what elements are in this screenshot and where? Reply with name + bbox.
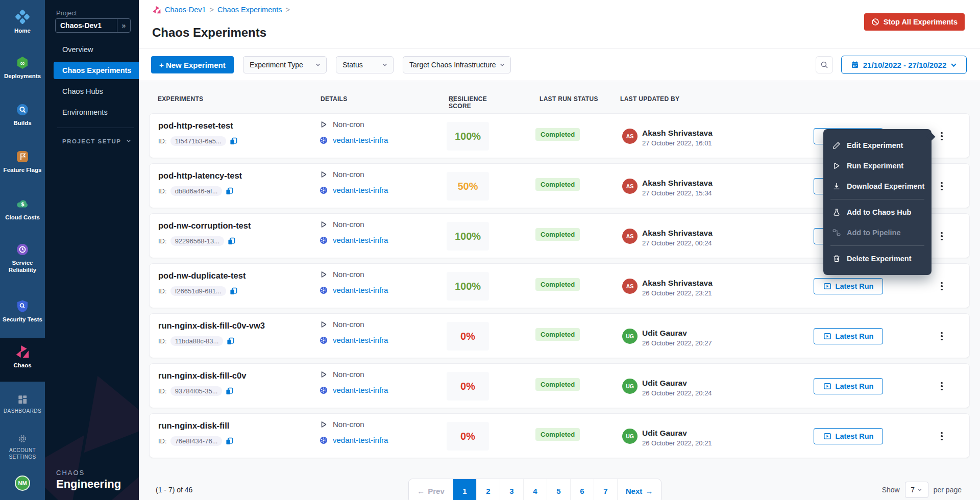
sidebar-item-overview[interactable]: Overview [54,41,139,58]
latest-run-button[interactable]: Latest Run [814,328,883,344]
project-selector[interactable]: Chaos-Dev1 » [55,18,131,33]
copy-icon[interactable] [230,137,237,145]
experiment-name[interactable]: pod-http-latency-test [158,171,242,181]
updated-date: 27 October 2022, 16:01 [642,139,713,147]
new-experiment-button[interactable]: + New Experiment [151,56,234,73]
sidebar-collapse-icon[interactable]: » [117,19,130,32]
rail-item-dashboards[interactable]: DASHBOARDS [0,393,45,415]
stop-all-experiments-button[interactable]: Stop All Experiments [864,13,965,31]
menu-item-run-experiment[interactable]: Run Experiment [823,156,932,176]
trash-icon [832,255,841,263]
rail-item-service-reliability[interactable]: Service Reliability [0,242,45,274]
experiment-type-filter[interactable]: Experiment Type [243,56,327,73]
menu-item-add-to-chaos-hub[interactable]: Add to Chaos Hub [823,202,932,222]
experiment-id: 93784f05-35... [170,386,223,396]
copy-icon[interactable] [226,187,233,195]
copy-icon[interactable] [230,287,237,295]
page-button-7[interactable]: 7 [594,479,617,500]
page-button-4[interactable]: 4 [523,479,547,500]
last-run-status-cell: Completed [535,280,580,289]
last-run-status-cell: Completed [535,430,580,439]
latest-run-button[interactable]: Latest Run [814,278,883,294]
experiment-name[interactable]: pod-nw-duplicate-test [158,271,246,281]
row-menu-button[interactable] [936,128,948,144]
sidebar-item-chaos-hubs[interactable]: Chaos Hubs [54,83,139,100]
copy-icon[interactable] [226,437,233,445]
rail-item-account-settings[interactable]: ACCOUNT SETTINGS [0,433,45,460]
infrastructure-link[interactable]: vedant-test-infra [333,236,388,244]
resilience-score: 0% [447,422,489,451]
page-button-3[interactable]: 3 [500,479,523,500]
project-setup-section[interactable]: PROJECT SETUP [62,136,132,147]
experiment-cell: pod-nw-duplicate-test ID: f26651d9-681..… [158,271,246,296]
avatar: UG [622,429,638,444]
user-name: Udit Gaurav [642,379,712,387]
row-menu-button[interactable] [936,328,948,344]
rail-item-builds[interactable]: Builds [0,103,45,127]
row-menu-button[interactable] [936,228,948,244]
last-updated-by-cell: AS Akash Shrivastava 26 October 2022, 23… [622,279,713,297]
target-infrastructure-filter[interactable]: Target Chaos Infrastructure [403,56,511,73]
run-view-icon [823,382,831,390]
rail-item-deployments[interactable]: ∞Deployments [0,56,45,80]
infrastructure-link[interactable]: vedant-test-infra [333,136,388,144]
latest-run-label: Latest Run [836,432,874,440]
copy-icon[interactable] [227,337,234,345]
infrastructure-link[interactable]: vedant-test-infra [333,186,388,194]
rail-item-home[interactable]: Home [0,9,45,34]
search-button[interactable] [816,56,833,73]
page-button-2[interactable]: 2 [476,479,500,500]
menu-item-edit-experiment[interactable]: Edit Experiment [823,135,932,156]
infrastructure-link[interactable]: vedant-test-infra [333,386,388,394]
column-experiments: EXPERIMENTS [158,95,203,103]
column-last-updated-by: LAST UPDATED BY [620,95,679,103]
user-avatar[interactable]: NM [15,476,30,491]
rail-item-cloud-costs[interactable]: $Cloud Costs [0,197,45,221]
main-content: Chaos-Dev1 > Chaos Experiments > Chaos E… [139,0,980,500]
copy-icon[interactable] [228,237,235,245]
experiment-name[interactable]: run-nginx-disk-fill-c0v [158,371,246,381]
infrastructure-link[interactable]: vedant-test-infra [333,336,388,344]
page-button-5[interactable]: 5 [547,479,570,500]
status-filter[interactable]: Status [336,56,394,73]
page-button-6[interactable]: 6 [570,479,594,500]
page-button-1[interactable]: 1 [453,479,476,500]
breadcrumb-project-link[interactable]: Chaos-Dev1 [165,6,206,14]
prev-page-button[interactable]: ← Prev [409,479,453,500]
svg-text:$: $ [21,202,24,207]
menu-divider [830,245,924,246]
row-menu-button[interactable] [936,428,948,444]
date-range-picker[interactable]: 21/10/2022 - 27/10/2022 [841,56,967,74]
updated-date: 26 October 2022, 20:21 [642,439,712,447]
security-tests-icon [15,299,30,313]
rail-item-chaos[interactable]: Chaos [0,338,45,382]
last-updated-by-cell: UG Udit Gaurav 26 October 2022, 20:21 [622,429,712,447]
last-updated-by-cell: AS Akash Shrivastava 27 October 2022, 16… [622,129,713,147]
rail-item-security-tests[interactable]: Security Tests [0,299,45,323]
experiment-name[interactable]: pod-http-reset-test [158,121,237,131]
row-menu-button[interactable] [936,278,948,294]
breadcrumb-experiments-link[interactable]: Chaos Experiments [217,6,282,14]
project-sidebar: Project Chaos-Dev1 » OverviewChaos Exper… [45,0,139,500]
status-badge: Completed [535,428,580,441]
experiment-name[interactable]: pod-nw-corruption-test [158,221,251,231]
menu-item-add-to-pipeline[interactable]: Add to Pipeline [823,222,932,243]
experiment-cell: pod-http-latency-test ID: db8d6a46-af... [158,171,242,196]
menu-item-download-experiment[interactable]: Download Experiment [823,176,932,196]
infrastructure-link[interactable]: vedant-test-infra [333,436,388,444]
next-page-button[interactable]: Next → [617,479,661,500]
experiment-name[interactable]: run-nginx-disk-fill-c0v-vw3 [158,321,265,331]
arrow-left-icon: ← [417,487,425,495]
copy-icon[interactable] [226,387,233,395]
row-menu-button[interactable] [936,178,948,194]
sidebar-item-environments[interactable]: Environments [54,104,139,121]
sidebar-item-chaos-experiments[interactable]: Chaos Experiments [54,62,139,79]
infrastructure-link[interactable]: vedant-test-infra [333,286,388,294]
rail-item-feature-flags[interactable]: Feature Flags [0,149,45,173]
latest-run-button[interactable]: Latest Run [814,378,883,394]
menu-item-delete-experiment[interactable]: Delete Experiment [823,248,932,269]
row-menu-button[interactable] [936,378,948,394]
experiment-name[interactable]: run-nginx-disk-fill [158,421,233,431]
latest-run-button[interactable]: Latest Run [814,428,883,444]
page-size-select[interactable]: 7 [905,482,928,498]
